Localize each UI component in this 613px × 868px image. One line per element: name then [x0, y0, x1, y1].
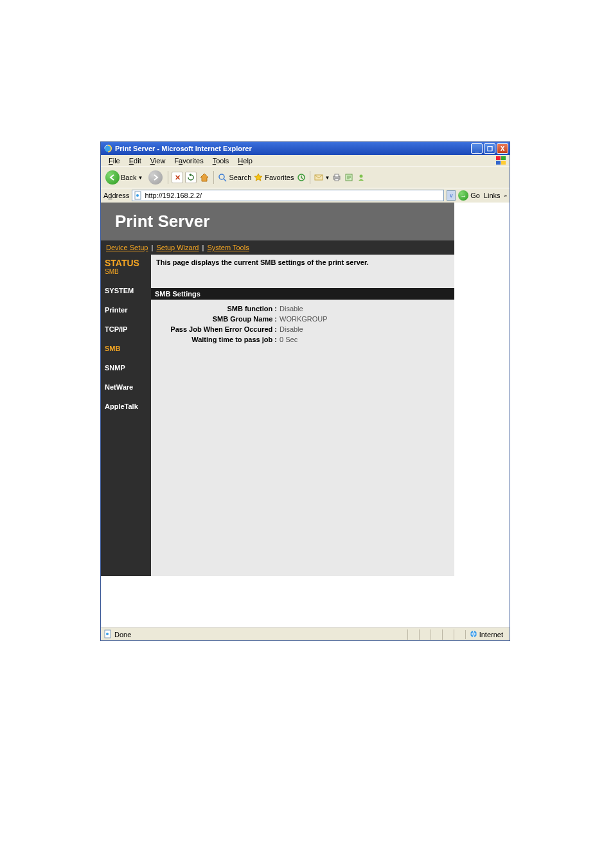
- menu-view[interactable]: View: [147, 156, 170, 165]
- menu-file[interactable]: File: [105, 156, 124, 165]
- setting-row: SMB function : Disable: [151, 303, 454, 314]
- forward-button[interactable]: [147, 169, 164, 186]
- svg-rect-2: [501, 156, 506, 160]
- status-cell: [431, 629, 442, 640]
- back-label: Back: [121, 174, 136, 181]
- svg-line-6: [224, 179, 226, 181]
- setting-value: Disable: [280, 325, 454, 333]
- ie-icon: [103, 144, 112, 153]
- search-button[interactable]: Search: [217, 172, 251, 183]
- page-content: Print Server Device Setup | Setup Wizard…: [101, 203, 510, 576]
- toolbar: Back ▼ ✕ Search Favorites: [101, 167, 510, 188]
- address-input[interactable]: [145, 192, 442, 199]
- toolbar-separator: [213, 171, 214, 184]
- topnav-system-tools[interactable]: System Tools: [207, 244, 249, 251]
- go-arrow-icon: →: [458, 190, 468, 201]
- topnav-device-setup[interactable]: Device Setup: [106, 244, 148, 251]
- menu-tools[interactable]: Tools: [209, 156, 233, 165]
- setting-value: WORKGROUP: [280, 315, 454, 323]
- chevron-down-icon: ▼: [325, 175, 330, 181]
- go-label: Go: [470, 192, 480, 199]
- menu-help[interactable]: Help: [234, 156, 256, 165]
- go-button[interactable]: → Go: [458, 190, 480, 201]
- print-button[interactable]: [332, 172, 342, 183]
- favorites-label: Favorites: [265, 174, 294, 181]
- status-bar: Done Internet: [101, 628, 510, 640]
- svg-rect-10: [335, 174, 339, 177]
- sidebar-item-system[interactable]: SYSTEM: [105, 287, 147, 294]
- setting-value: Disable: [280, 305, 454, 312]
- topnav-setup-wizard[interactable]: Setup Wizard: [156, 244, 199, 251]
- star-icon: [253, 172, 263, 183]
- status-cell: [442, 629, 454, 640]
- address-label: Address: [103, 192, 129, 199]
- content-blank-right: [454, 203, 510, 576]
- menu-favorites[interactable]: Favorites: [170, 156, 207, 165]
- page-header: Print Server: [101, 203, 454, 240]
- address-dropdown[interactable]: v: [447, 190, 456, 201]
- svg-rect-11: [335, 179, 339, 181]
- back-button[interactable]: Back ▼: [103, 169, 145, 186]
- refresh-button[interactable]: [185, 172, 197, 183]
- sidebar-item-tcpip[interactable]: TCP/IP: [105, 325, 147, 333]
- titlebar: Print Server - Microsoft Internet Explor…: [101, 142, 510, 155]
- main-panel: This page displays the current SMB setti…: [151, 255, 454, 576]
- setting-row: Waiting time to pass job : 0 Sec: [151, 334, 454, 345]
- messenger-button[interactable]: [356, 172, 366, 183]
- minimize-button[interactable]: _: [471, 143, 483, 154]
- mail-icon: [314, 172, 324, 183]
- forward-arrow-icon: [148, 170, 163, 185]
- sidebar-item-smb[interactable]: SMB: [105, 345, 147, 352]
- toolbar-separator: [168, 171, 168, 184]
- sidebar-item-netware[interactable]: NetWare: [105, 383, 147, 391]
- sidebar-item-printer[interactable]: Printer: [105, 306, 147, 314]
- close-button[interactable]: X: [497, 143, 508, 154]
- setting-label: SMB Group Name :: [151, 315, 280, 323]
- setting-row: Pass Job When Error Occured : Disable: [151, 324, 454, 334]
- svg-point-18: [136, 194, 139, 197]
- setting-label: SMB function :: [151, 305, 280, 312]
- links-label[interactable]: Links: [483, 192, 502, 199]
- sidebar-item-snmp[interactable]: SNMP: [105, 364, 147, 372]
- status-cell: [454, 629, 465, 640]
- toolbar-separator: [310, 171, 310, 184]
- sidebar-item-appletalk[interactable]: AppleTalk: [105, 402, 147, 410]
- intro-text: This page displays the current SMB setti…: [151, 255, 454, 270]
- status-done-label: Done: [114, 631, 131, 638]
- setting-row: SMB Group Name : WORKGROUP: [151, 314, 454, 324]
- back-arrow-icon: [105, 170, 120, 185]
- status-zone-label: Internet: [479, 631, 503, 638]
- setting-label: Waiting time to pass job :: [151, 336, 280, 343]
- mail-button[interactable]: ▼: [314, 172, 330, 183]
- windows-flag-icon: [495, 156, 507, 166]
- edit-icon: [344, 172, 354, 183]
- edit-button[interactable]: [344, 172, 354, 183]
- page-icon: [134, 191, 143, 200]
- status-done: Done: [103, 629, 407, 640]
- svg-point-5: [219, 174, 224, 179]
- status-cell: [407, 629, 419, 640]
- history-button[interactable]: [296, 172, 306, 183]
- status-zone: Internet: [465, 630, 507, 639]
- page-icon: [103, 629, 112, 640]
- nav-separator: |: [201, 244, 206, 251]
- home-button[interactable]: [199, 172, 210, 183]
- top-nav: Device Setup | Setup Wizard | System Too…: [101, 240, 454, 255]
- menubar: File Edit View Favorites Tools Help: [101, 155, 510, 167]
- svg-point-20: [106, 633, 109, 635]
- svg-point-16: [360, 175, 363, 178]
- sidebar: STATUS SMB SYSTEM Printer TCP/IP SMB SNM…: [101, 255, 151, 576]
- browser-window: Print Server - Microsoft Internet Explor…: [100, 141, 510, 641]
- svg-rect-3: [496, 161, 501, 165]
- search-label: Search: [229, 174, 251, 181]
- links-chevron-icon[interactable]: »: [504, 193, 507, 199]
- sidebar-status-title: STATUS: [105, 258, 147, 267]
- maximize-button[interactable]: ❐: [484, 143, 495, 154]
- messenger-icon: [356, 172, 366, 183]
- nav-separator: |: [150, 244, 155, 251]
- favorites-button[interactable]: Favorites: [253, 172, 294, 183]
- stop-button[interactable]: ✕: [172, 172, 183, 183]
- menu-edit[interactable]: Edit: [125, 156, 145, 165]
- svg-rect-4: [501, 161, 506, 165]
- address-input-wrap[interactable]: [132, 190, 444, 201]
